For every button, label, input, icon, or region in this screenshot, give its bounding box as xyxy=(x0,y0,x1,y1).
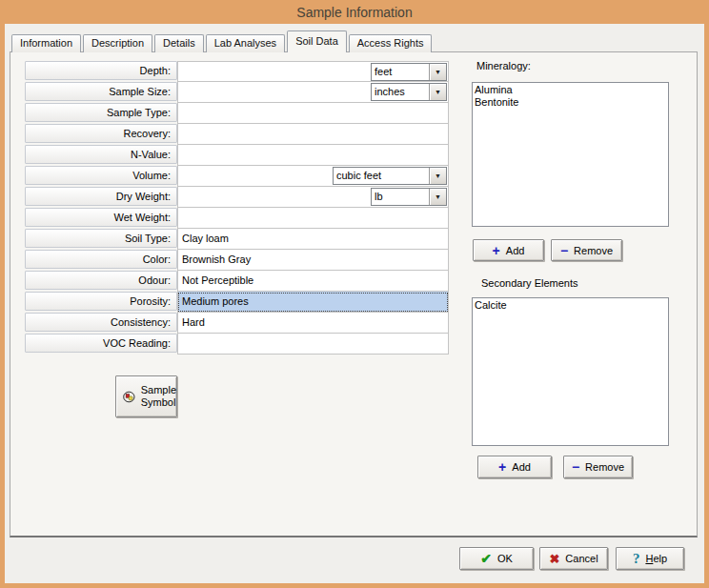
mineralogy-listbox[interactable]: Alumina Bentonite xyxy=(472,82,669,227)
mineralogy-add-label: Add xyxy=(506,245,525,256)
volume-unit-value: cubic feet xyxy=(334,168,429,184)
consistency-label: Consistency: xyxy=(25,313,177,332)
tab-access-rights[interactable]: Access Rights xyxy=(349,34,433,52)
color-value-cell[interactable]: Brownish Gray xyxy=(177,250,449,271)
tab-description[interactable]: Description xyxy=(83,34,152,52)
dry-weight-unit-select[interactable]: lb ▼ xyxy=(371,188,447,206)
cancel-button-label: Cancel xyxy=(565,553,598,564)
consistency-value-cell[interactable]: Hard xyxy=(177,313,449,334)
plus-icon: + xyxy=(498,462,506,472)
list-item[interactable]: Calcite xyxy=(475,299,668,312)
minus-icon: − xyxy=(560,246,568,255)
chevron-down-icon[interactable]: ▼ xyxy=(429,84,446,100)
secondary-elements-listbox[interactable]: Calcite xyxy=(472,297,669,446)
depth-label: Depth: xyxy=(25,61,177,80)
minus-icon: − xyxy=(572,462,579,472)
chevron-down-icon[interactable]: ▼ xyxy=(429,64,446,80)
porosity-label: Porosity: xyxy=(25,292,177,311)
chevron-down-icon[interactable]: ▼ xyxy=(429,168,446,184)
soil-data-tab-panel: Depth: feet ▼ Sample Size: inches ▼ xyxy=(10,51,698,537)
tab-lab-analyses[interactable]: Lab Analyses xyxy=(206,34,285,52)
depth-unit-value: feet xyxy=(372,64,429,80)
porosity-value-cell[interactable]: Medium pores xyxy=(177,292,449,313)
odour-value-cell[interactable]: Not Perceptible xyxy=(177,271,449,292)
ok-button-label: OK xyxy=(497,553,513,564)
dry-weight-value-cell[interactable]: lb ▼ xyxy=(177,187,449,208)
sample-size-label: Sample Size: xyxy=(25,82,177,101)
soil-data-grid: Depth: feet ▼ Sample Size: inches ▼ xyxy=(25,61,449,355)
wet-weight-value-cell[interactable] xyxy=(177,208,449,229)
secondary-elements-add-label: Add xyxy=(512,461,531,473)
secondary-elements-label: Secondary Elements xyxy=(481,277,578,289)
n-value-label: N-Value: xyxy=(25,145,177,164)
sample-symbol-button[interactable]: Sample Symbol xyxy=(115,375,177,417)
depth-value-cell[interactable]: feet ▼ xyxy=(177,61,449,82)
porosity-value: Medium pores xyxy=(182,295,249,307)
voc-reading-value-cell[interactable] xyxy=(177,334,449,355)
volume-unit-select[interactable]: cubic feet ▼ xyxy=(333,167,447,185)
chevron-down-icon[interactable]: ▼ xyxy=(429,189,446,205)
secondary-elements-remove-button[interactable]: − Remove xyxy=(563,456,633,478)
soil-type-value: Clay loam xyxy=(182,233,229,244)
help-button-label: Help xyxy=(645,553,667,564)
list-item[interactable]: Alumina xyxy=(475,84,668,96)
ok-button[interactable]: ✔ OK xyxy=(459,547,534,570)
mineralogy-add-button[interactable]: + Add xyxy=(473,239,544,261)
volume-label: Volume: xyxy=(25,166,177,185)
help-button[interactable]: ? Help xyxy=(616,547,684,570)
mineralogy-remove-label: Remove xyxy=(574,245,613,256)
color-value: Brownish Gray xyxy=(182,253,251,265)
dry-weight-unit-value: lb xyxy=(372,189,429,205)
plus-icon: + xyxy=(493,246,500,255)
wet-weight-label: Wet Weight: xyxy=(25,208,177,227)
recovery-value-cell[interactable] xyxy=(177,124,449,145)
n-value-value-cell[interactable] xyxy=(177,145,449,166)
check-icon: ✔ xyxy=(480,552,492,565)
window-title: Sample Information xyxy=(296,5,412,20)
mineralogy-label: Mineralogy: xyxy=(476,60,531,71)
window-titlebar: Sample Information xyxy=(0,0,709,24)
soil-type-label: Soil Type: xyxy=(25,229,177,248)
sample-information-window: Sample Information Information Descripti… xyxy=(0,0,709,588)
sample-size-unit-value: inches xyxy=(372,84,429,100)
secondary-elements-remove-label: Remove xyxy=(585,461,624,473)
cancel-button[interactable]: ✖ Cancel xyxy=(539,547,608,570)
question-mark-icon: ? xyxy=(633,552,640,566)
x-icon: ✖ xyxy=(549,553,559,565)
tab-soil-data[interactable]: Soil Data xyxy=(287,30,347,52)
sample-size-value-cell[interactable]: inches ▼ xyxy=(177,82,449,103)
volume-value-cell[interactable]: cubic feet ▼ xyxy=(177,166,449,187)
sample-type-label: Sample Type: xyxy=(25,103,177,122)
sample-type-value-cell[interactable] xyxy=(177,103,449,124)
sample-size-unit-select[interactable]: inches ▼ xyxy=(371,83,447,101)
dialog-body: Information Description Details Lab Anal… xyxy=(5,24,704,583)
odour-label: Odour: xyxy=(25,271,177,290)
sample-symbol-icon xyxy=(123,389,135,405)
dry-weight-label: Dry Weight: xyxy=(25,187,177,206)
secondary-elements-add-button[interactable]: + Add xyxy=(477,456,552,478)
tab-details[interactable]: Details xyxy=(154,34,204,52)
sample-symbol-button-label: Sample Symbol xyxy=(141,384,176,409)
color-label: Color: xyxy=(25,250,177,269)
consistency-value: Hard xyxy=(182,316,205,328)
recovery-label: Recovery: xyxy=(25,124,177,143)
depth-unit-select[interactable]: feet ▼ xyxy=(371,63,447,81)
mineralogy-remove-button[interactable]: − Remove xyxy=(551,239,622,261)
soil-type-value-cell[interactable]: Clay loam xyxy=(177,229,449,250)
tab-bar: Information Description Details Lab Anal… xyxy=(11,33,434,52)
tab-information[interactable]: Information xyxy=(11,34,81,52)
odour-value: Not Perceptible xyxy=(182,274,253,286)
list-item[interactable]: Bentonite xyxy=(475,96,668,109)
voc-reading-label: VOC Reading: xyxy=(25,334,177,353)
